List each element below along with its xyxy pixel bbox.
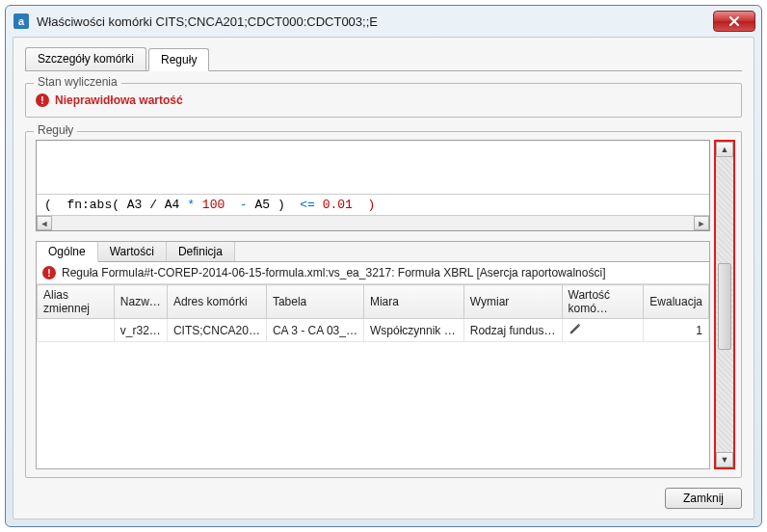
cell-name: v_r32… bbox=[114, 319, 167, 342]
error-icon: ! bbox=[42, 266, 56, 279]
formula-box: ( fn:abs( A3 / A4 * 100 - A5 ) <= 0.01 )… bbox=[36, 140, 710, 231]
pencil-icon bbox=[569, 322, 582, 335]
cell-alias bbox=[38, 319, 115, 342]
inner-tab-definition[interactable]: Definicja bbox=[167, 242, 235, 261]
cell-value bbox=[562, 319, 644, 342]
client-area: Szczegóły komórki Reguły Stan wyliczenia… bbox=[13, 37, 754, 519]
col-evaluation[interactable]: Ewaluacja bbox=[644, 285, 709, 319]
cell-evaluation: 1 bbox=[644, 319, 709, 342]
tab-rules[interactable]: Reguły bbox=[148, 48, 209, 71]
status-legend: Stan wyliczenia bbox=[34, 75, 121, 89]
cell-measure: Współczynnik … bbox=[363, 319, 463, 342]
inner-tab-general[interactable]: Ogólne bbox=[37, 242, 98, 262]
close-icon bbox=[728, 15, 740, 27]
rules-vscrollbar[interactable]: ▲ ▼ bbox=[714, 140, 735, 469]
col-dimension[interactable]: Wymiar bbox=[463, 285, 562, 319]
status-fieldset: Stan wyliczenia ! Nieprawidłowa wartość bbox=[25, 83, 742, 118]
dialog-window: a Właściwości komórki CITS;CNCA201;CDCT0… bbox=[5, 5, 762, 527]
table-header-row: Alias zmiennej Nazw… Adres komórki Tabel… bbox=[38, 285, 709, 319]
vscroll-track[interactable] bbox=[716, 157, 733, 452]
scroll-down-icon[interactable]: ▼ bbox=[716, 452, 733, 467]
status-message: Nieprawidłowa wartość bbox=[55, 93, 183, 107]
rule-title-text: Reguła Formula#t-COREP-2014-06-15-formul… bbox=[62, 266, 605, 279]
close-window-button[interactable] bbox=[713, 11, 755, 32]
table-row[interactable]: v_r32… CITS;CNCA20… CA 3 - CA 03_… Współ… bbox=[38, 319, 709, 342]
rule-details-panel: Ogólne Wartości Definicja ! Reguła Formu… bbox=[36, 241, 710, 469]
cell-addr: CITS;CNCA20… bbox=[167, 319, 266, 342]
rule-title-row: ! Reguła Formula#t-COREP-2014-06-15-form… bbox=[37, 262, 709, 284]
main-tabs: Szczegóły komórki Reguły bbox=[25, 47, 742, 70]
title-bar: a Właściwości komórki CITS;CNCA201;CDCT0… bbox=[6, 6, 761, 37]
formula-hscrollbar[interactable]: ◄ ► bbox=[37, 215, 709, 230]
col-table[interactable]: Tabela bbox=[266, 285, 363, 319]
variables-table: Alias zmiennej Nazw… Adres komórki Tabel… bbox=[37, 284, 709, 342]
scroll-up-icon[interactable]: ▲ bbox=[716, 142, 733, 157]
close-button[interactable]: Zamknij bbox=[665, 488, 742, 509]
cell-table: CA 3 - CA 03_… bbox=[266, 319, 363, 342]
col-name[interactable]: Nazw… bbox=[114, 285, 167, 319]
vscroll-thumb[interactable] bbox=[718, 263, 731, 350]
col-cell-addr[interactable]: Adres komórki bbox=[167, 285, 266, 319]
window-title: Właściwości komórki CITS;CNCA201;CDCT000… bbox=[37, 14, 713, 29]
inner-tabs: Ogólne Wartości Definicja bbox=[37, 242, 709, 262]
scroll-left-icon[interactable]: ◄ bbox=[37, 216, 52, 230]
formula-expression: ( fn:abs( A3 / A4 * 100 - A5 ) <= 0.01 ) bbox=[37, 194, 709, 215]
formula-empty-area bbox=[37, 141, 709, 194]
col-cell-value[interactable]: Wartość komó… bbox=[562, 285, 644, 319]
tab-cell-details[interactable]: Szczegóły komórki bbox=[25, 47, 146, 70]
inner-tab-values[interactable]: Wartości bbox=[98, 242, 167, 261]
error-icon: ! bbox=[36, 93, 49, 107]
tab-underline bbox=[25, 70, 742, 71]
rules-content: ( fn:abs( A3 / A4 * 100 - A5 ) <= 0.01 )… bbox=[36, 140, 710, 469]
rules-legend: Reguły bbox=[34, 123, 77, 137]
cell-dimension: Rodzaj fundus… bbox=[463, 319, 562, 342]
status-row: ! Nieprawidłowa wartość bbox=[36, 93, 731, 107]
col-alias[interactable]: Alias zmiennej bbox=[38, 285, 115, 319]
col-measure[interactable]: Miara bbox=[363, 285, 463, 319]
app-icon: a bbox=[13, 13, 29, 29]
hscroll-track[interactable] bbox=[52, 216, 694, 230]
scroll-right-icon[interactable]: ► bbox=[694, 216, 709, 230]
rules-fieldset: Reguły ( fn:abs( A3 / A4 * 100 - A5 ) <=… bbox=[25, 131, 742, 478]
dialog-footer: Zamknij bbox=[25, 478, 742, 509]
